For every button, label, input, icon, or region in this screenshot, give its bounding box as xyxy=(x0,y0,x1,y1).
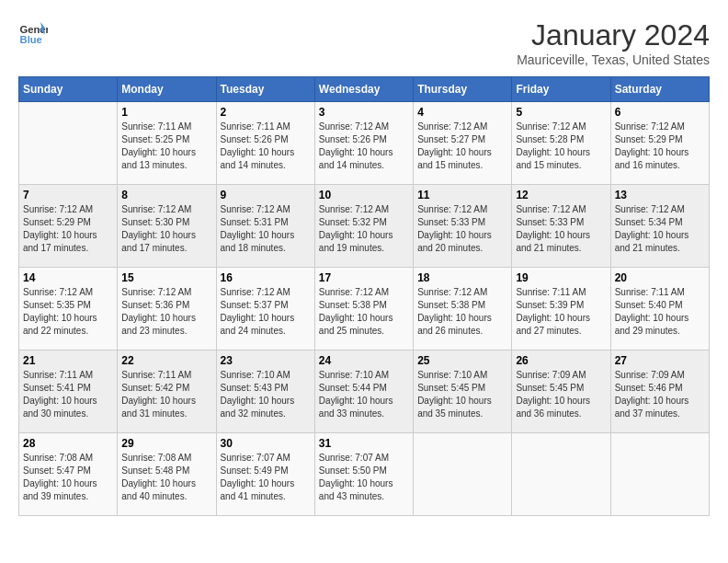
calendar-cell xyxy=(512,433,610,516)
day-number: 17 xyxy=(319,271,409,284)
day-number: 22 xyxy=(121,354,211,367)
calendar-table: SundayMondayTuesdayWednesdayThursdayFrid… xyxy=(18,76,710,516)
calendar-cell: 16Sunrise: 7:12 AM Sunset: 5:37 PM Dayli… xyxy=(216,268,314,350)
location: Mauriceville, Texas, United States xyxy=(517,52,710,67)
day-number: 19 xyxy=(516,271,606,284)
day-number: 27 xyxy=(615,354,705,367)
day-number: 2 xyxy=(221,106,311,119)
day-number: 21 xyxy=(23,354,113,367)
calendar-cell: 27Sunrise: 7:09 AM Sunset: 5:46 PM Dayli… xyxy=(610,350,709,433)
calendar-cell xyxy=(19,102,118,185)
calendar-cell: 24Sunrise: 7:10 AM Sunset: 5:44 PM Dayli… xyxy=(314,350,413,433)
day-number: 7 xyxy=(23,189,113,201)
day-number: 6 xyxy=(615,106,705,119)
day-info: Sunrise: 7:12 AM Sunset: 5:28 PM Dayligh… xyxy=(516,121,606,172)
day-number: 23 xyxy=(221,354,311,367)
day-info: Sunrise: 7:12 AM Sunset: 5:30 PM Dayligh… xyxy=(121,203,211,255)
day-info: Sunrise: 7:12 AM Sunset: 5:33 PM Dayligh… xyxy=(417,203,507,255)
calendar-cell xyxy=(610,433,709,516)
calendar-cell: 28Sunrise: 7:08 AM Sunset: 5:47 PM Dayli… xyxy=(19,433,118,516)
calendar-cell: 22Sunrise: 7:11 AM Sunset: 5:42 PM Dayli… xyxy=(118,350,216,433)
day-info: Sunrise: 7:12 AM Sunset: 5:32 PM Dayligh… xyxy=(319,203,409,255)
day-info: Sunrise: 7:12 AM Sunset: 5:35 PM Dayligh… xyxy=(23,286,113,338)
calendar-cell: 9Sunrise: 7:12 AM Sunset: 5:31 PM Daylig… xyxy=(216,185,314,268)
day-info: Sunrise: 7:11 AM Sunset: 5:39 PM Dayligh… xyxy=(516,286,606,338)
day-info: Sunrise: 7:11 AM Sunset: 5:42 PM Dayligh… xyxy=(121,369,211,420)
day-info: Sunrise: 7:12 AM Sunset: 5:36 PM Dayligh… xyxy=(121,286,211,338)
calendar-cell: 17Sunrise: 7:12 AM Sunset: 5:38 PM Dayli… xyxy=(314,268,413,350)
calendar-cell: 7Sunrise: 7:12 AM Sunset: 5:29 PM Daylig… xyxy=(19,185,118,268)
logo: General Blue xyxy=(18,18,48,48)
weekday-header-saturday: Saturday xyxy=(610,77,709,102)
day-number: 10 xyxy=(319,189,409,201)
day-info: Sunrise: 7:07 AM Sunset: 5:50 PM Dayligh… xyxy=(319,452,409,503)
calendar-cell: 19Sunrise: 7:11 AM Sunset: 5:39 PM Dayli… xyxy=(512,268,610,350)
day-info: Sunrise: 7:11 AM Sunset: 5:25 PM Dayligh… xyxy=(121,121,211,172)
day-number: 4 xyxy=(417,106,507,119)
day-info: Sunrise: 7:11 AM Sunset: 5:40 PM Dayligh… xyxy=(615,286,705,338)
day-number: 30 xyxy=(221,437,311,450)
day-info: Sunrise: 7:11 AM Sunset: 5:41 PM Dayligh… xyxy=(23,369,113,420)
weekday-header-tuesday: Tuesday xyxy=(216,77,314,102)
day-number: 9 xyxy=(221,189,311,201)
calendar-cell: 26Sunrise: 7:09 AM Sunset: 5:45 PM Dayli… xyxy=(512,350,610,433)
day-info: Sunrise: 7:11 AM Sunset: 5:26 PM Dayligh… xyxy=(221,121,311,172)
day-info: Sunrise: 7:08 AM Sunset: 5:47 PM Dayligh… xyxy=(23,452,113,503)
calendar-cell: 21Sunrise: 7:11 AM Sunset: 5:41 PM Dayli… xyxy=(19,350,118,433)
calendar-cell: 29Sunrise: 7:08 AM Sunset: 5:48 PM Dayli… xyxy=(118,433,216,516)
calendar-cell: 15Sunrise: 7:12 AM Sunset: 5:36 PM Dayli… xyxy=(118,268,216,350)
day-number: 12 xyxy=(516,189,606,201)
calendar-cell: 6Sunrise: 7:12 AM Sunset: 5:29 PM Daylig… xyxy=(610,102,709,185)
weekday-header-sunday: Sunday xyxy=(19,77,118,102)
day-info: Sunrise: 7:09 AM Sunset: 5:46 PM Dayligh… xyxy=(615,369,705,420)
day-number: 8 xyxy=(121,189,211,201)
calendar-cell: 3Sunrise: 7:12 AM Sunset: 5:26 PM Daylig… xyxy=(314,102,413,185)
day-number: 18 xyxy=(417,271,507,284)
day-info: Sunrise: 7:12 AM Sunset: 5:38 PM Dayligh… xyxy=(319,286,409,338)
day-info: Sunrise: 7:12 AM Sunset: 5:33 PM Dayligh… xyxy=(516,203,606,255)
calendar-week-row: 14Sunrise: 7:12 AM Sunset: 5:35 PM Dayli… xyxy=(19,268,710,350)
calendar-cell: 23Sunrise: 7:10 AM Sunset: 5:43 PM Dayli… xyxy=(216,350,314,433)
svg-text:Blue: Blue xyxy=(20,34,42,45)
day-info: Sunrise: 7:12 AM Sunset: 5:26 PM Dayligh… xyxy=(319,121,409,172)
day-info: Sunrise: 7:12 AM Sunset: 5:37 PM Dayligh… xyxy=(221,286,311,338)
calendar-cell: 8Sunrise: 7:12 AM Sunset: 5:30 PM Daylig… xyxy=(118,185,216,268)
weekday-header-monday: Monday xyxy=(118,77,216,102)
calendar-cell: 20Sunrise: 7:11 AM Sunset: 5:40 PM Dayli… xyxy=(610,268,709,350)
weekday-header-thursday: Thursday xyxy=(414,77,512,102)
day-info: Sunrise: 7:12 AM Sunset: 5:34 PM Dayligh… xyxy=(615,203,705,255)
weekday-header-friday: Friday xyxy=(512,77,610,102)
day-info: Sunrise: 7:12 AM Sunset: 5:38 PM Dayligh… xyxy=(417,286,507,338)
logo-icon: General Blue xyxy=(18,18,48,48)
day-number: 15 xyxy=(121,271,211,284)
calendar-cell: 30Sunrise: 7:07 AM Sunset: 5:49 PM Dayli… xyxy=(216,433,314,516)
calendar-cell: 13Sunrise: 7:12 AM Sunset: 5:34 PM Dayli… xyxy=(610,185,709,268)
calendar-cell: 12Sunrise: 7:12 AM Sunset: 5:33 PM Dayli… xyxy=(512,185,610,268)
day-info: Sunrise: 7:12 AM Sunset: 5:27 PM Dayligh… xyxy=(417,121,507,172)
day-number: 1 xyxy=(121,106,211,119)
calendar-cell: 11Sunrise: 7:12 AM Sunset: 5:33 PM Dayli… xyxy=(414,185,512,268)
calendar-cell: 5Sunrise: 7:12 AM Sunset: 5:28 PM Daylig… xyxy=(512,102,610,185)
day-number: 26 xyxy=(516,354,606,367)
day-number: 24 xyxy=(319,354,409,367)
day-number: 5 xyxy=(516,106,606,119)
day-number: 11 xyxy=(417,189,507,201)
day-number: 29 xyxy=(121,437,211,450)
day-info: Sunrise: 7:10 AM Sunset: 5:45 PM Dayligh… xyxy=(417,369,507,420)
title-block: January 2024 Mauriceville, Texas, United… xyxy=(517,18,710,67)
day-info: Sunrise: 7:08 AM Sunset: 5:48 PM Dayligh… xyxy=(121,452,211,503)
page-header: General Blue January 2024 Mauriceville, … xyxy=(18,18,710,67)
calendar-cell: 25Sunrise: 7:10 AM Sunset: 5:45 PM Dayli… xyxy=(414,350,512,433)
calendar-cell: 1Sunrise: 7:11 AM Sunset: 5:25 PM Daylig… xyxy=(118,102,216,185)
calendar-week-row: 7Sunrise: 7:12 AM Sunset: 5:29 PM Daylig… xyxy=(19,185,710,268)
day-info: Sunrise: 7:10 AM Sunset: 5:43 PM Dayligh… xyxy=(221,369,311,420)
day-info: Sunrise: 7:09 AM Sunset: 5:45 PM Dayligh… xyxy=(516,369,606,420)
day-info: Sunrise: 7:10 AM Sunset: 5:44 PM Dayligh… xyxy=(319,369,409,420)
calendar-week-row: 21Sunrise: 7:11 AM Sunset: 5:41 PM Dayli… xyxy=(19,350,710,433)
calendar-week-row: 1Sunrise: 7:11 AM Sunset: 5:25 PM Daylig… xyxy=(19,102,710,185)
day-number: 31 xyxy=(319,437,409,450)
weekday-header-row: SundayMondayTuesdayWednesdayThursdayFrid… xyxy=(19,77,710,102)
day-number: 16 xyxy=(221,271,311,284)
day-info: Sunrise: 7:12 AM Sunset: 5:29 PM Dayligh… xyxy=(23,203,113,255)
day-info: Sunrise: 7:07 AM Sunset: 5:49 PM Dayligh… xyxy=(221,452,311,503)
